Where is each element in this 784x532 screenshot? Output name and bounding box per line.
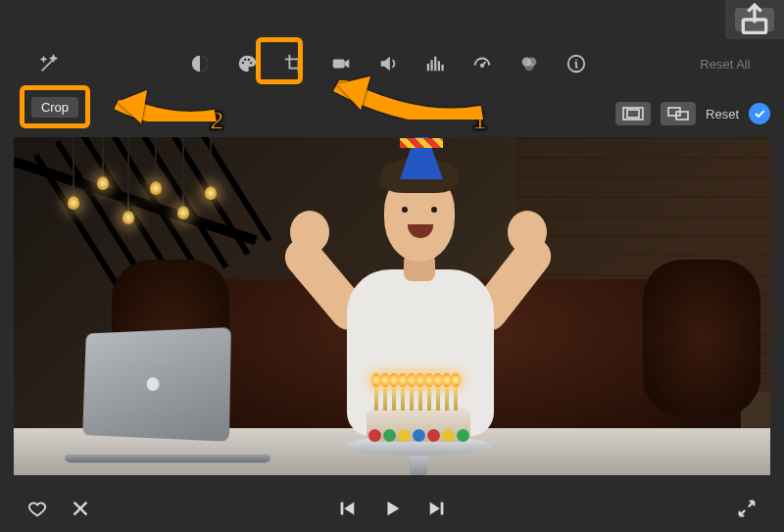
svg-rect-6 — [333, 59, 345, 68]
fit-button[interactable] — [615, 102, 651, 125]
svg-point-5 — [250, 62, 252, 64]
svg-point-2 — [242, 62, 244, 64]
camera-stabilization-icon[interactable] — [327, 50, 355, 77]
ken-burns-button[interactable] — [661, 102, 696, 125]
volume-icon[interactable] — [374, 50, 402, 77]
svg-rect-8 — [430, 60, 432, 71]
adjust-toolbar: Reset All — [0, 44, 784, 83]
crop-controls: Reset — [615, 102, 770, 125]
apply-checkmark-button[interactable] — [749, 103, 770, 124]
titlebar-share-area — [725, 0, 784, 39]
svg-rect-22 — [441, 503, 444, 515]
svg-point-4 — [248, 59, 250, 61]
svg-rect-21 — [341, 503, 344, 515]
color-balance-icon[interactable] — [186, 50, 214, 77]
crop-mode-button[interactable]: Crop — [31, 97, 78, 118]
svg-rect-9 — [434, 57, 436, 72]
svg-rect-11 — [441, 65, 443, 71]
svg-point-3 — [244, 59, 246, 61]
favorite-icon[interactable] — [25, 497, 49, 520]
annotation-label-2: 2 — [210, 106, 223, 136]
video-preview — [14, 137, 770, 475]
auto-enhance-icon[interactable] — [35, 50, 63, 77]
equalizer-icon[interactable] — [421, 50, 449, 77]
annotation-highlight-crop-button: Crop — [20, 85, 90, 128]
color-correction-icon[interactable] — [233, 50, 261, 77]
playback-bar — [0, 485, 784, 532]
annotation-arrow-2 — [88, 78, 225, 137]
share-button[interactable] — [735, 8, 774, 31]
reject-icon[interactable] — [69, 497, 92, 520]
svg-rect-7 — [427, 64, 429, 71]
play-icon[interactable] — [380, 497, 404, 520]
svg-point-12 — [481, 65, 484, 68]
svg-rect-10 — [438, 61, 440, 71]
reset-all-button: Reset All — [700, 57, 750, 72]
previous-frame-icon[interactable] — [335, 497, 359, 520]
svg-point-15 — [524, 62, 533, 71]
crop-reset-button[interactable]: Reset — [706, 107, 739, 121]
clip-filter-icon[interactable] — [515, 50, 543, 77]
fullscreen-icon[interactable] — [735, 497, 759, 520]
svg-rect-18 — [627, 110, 639, 118]
crop-tool-icon[interactable] — [280, 50, 308, 77]
next-frame-icon[interactable] — [425, 497, 449, 520]
speed-icon[interactable] — [468, 50, 496, 77]
annotation-label-1: 1 — [472, 106, 486, 136]
info-icon[interactable] — [563, 50, 590, 77]
